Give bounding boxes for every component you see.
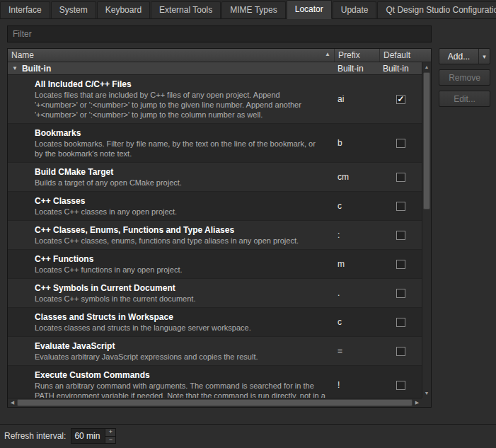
default-checkbox[interactable]	[396, 95, 405, 104]
default-checkbox[interactable]	[396, 381, 405, 390]
edit-button[interactable]: Edit...	[439, 91, 490, 107]
sort-ascending-icon: ▲	[325, 51, 330, 57]
row-prefix: c	[334, 192, 379, 220]
scroll-right-icon[interactable]: ▶	[413, 398, 422, 407]
tab-interface[interactable]: Interface	[0, 1, 50, 18]
row-title: Classes and Structs in Workspace	[35, 312, 331, 323]
column-header-prefix[interactable]: Prefix	[334, 49, 379, 62]
add-dropdown-arrow-icon[interactable]: ▾	[478, 49, 490, 64]
table-row[interactable]: C++ Classes Locates C++ classes in any o…	[8, 192, 422, 221]
tab-locator[interactable]: Locator	[287, 0, 332, 19]
preferences-tabbar: Interface System Keyboard External Tools…	[0, 0, 496, 19]
default-checkbox[interactable]	[396, 202, 405, 211]
table-row[interactable]: Execute Custom Commands Runs an arbitrar…	[8, 366, 422, 398]
row-title: C++ Classes	[35, 196, 331, 207]
row-title: C++ Symbols in Current Document	[35, 283, 331, 294]
row-title: Evaluate JavaScript	[35, 341, 331, 352]
row-title: Bookmarks	[35, 128, 331, 139]
row-prefix: c	[334, 308, 379, 336]
row-description: Locates classes and structs in the langu…	[35, 323, 331, 333]
footer-divider	[0, 424, 496, 425]
preferences-locator-page: Interface System Keyboard External Tools…	[0, 0, 496, 448]
add-button-label: Add...	[439, 52, 478, 62]
row-description: Locates files that are included by C++ f…	[35, 90, 331, 120]
filter-input[interactable]	[7, 25, 432, 42]
row-description: Evaluates arbitrary JavaScript expressio…	[35, 352, 331, 362]
spin-down-icon[interactable]: −	[105, 437, 115, 444]
group-row-built-in[interactable]: ▼ Built-in Built-in Built-in	[8, 62, 422, 75]
row-title: Build CMake Target	[35, 167, 331, 178]
row-description: Runs an arbitrary command with arguments…	[35, 381, 331, 398]
row-description: Locates C++ symbols in the current docum…	[35, 294, 331, 304]
row-prefix: =	[334, 337, 379, 365]
column-header-name[interactable]: Name ▲	[8, 49, 334, 62]
tab-system[interactable]: System	[51, 1, 96, 18]
row-prefix: b	[334, 124, 379, 162]
row-prefix: ai	[334, 75, 379, 123]
row-title: C++ Functions	[35, 254, 331, 265]
refresh-interval-label: Refresh interval:	[4, 431, 66, 441]
spin-up-icon[interactable]: +	[105, 429, 115, 437]
default-checkbox[interactable]	[396, 318, 405, 327]
table-row[interactable]: Classes and Structs in Workspace Locates…	[8, 308, 422, 337]
row-description: Builds a target of any open CMake projec…	[35, 178, 331, 188]
table-header: Name ▲ Prefix Default	[8, 49, 431, 62]
column-header-default[interactable]: Default	[379, 49, 431, 62]
group-label: Built-in	[22, 64, 334, 74]
horizontal-scrollbar[interactable]: ◀ ▶	[8, 398, 422, 407]
add-button[interactable]: Add... ▾	[439, 48, 490, 64]
scrollbar-corner	[422, 398, 431, 407]
default-checkbox[interactable]	[396, 231, 405, 240]
refresh-interval-spinbox[interactable]: + −	[71, 428, 116, 444]
scroll-left-icon[interactable]: ◀	[8, 398, 17, 407]
horizontal-scrollbar-thumb[interactable]	[17, 399, 413, 406]
scroll-down-icon[interactable]: ▼	[422, 389, 431, 398]
row-description: Locates C++ classes, enums, functions an…	[35, 236, 331, 246]
remove-button[interactable]: Remove	[439, 69, 490, 86]
spin-steppers: + −	[105, 429, 115, 443]
tab-mime-types[interactable]: MIME Types	[221, 1, 285, 18]
table-row[interactable]: Evaluate JavaScript Evaluates arbitrary …	[8, 337, 422, 366]
default-checkbox[interactable]	[396, 139, 405, 148]
table-row[interactable]: Build CMake Target Builds a target of an…	[8, 163, 422, 192]
row-prefix: :	[334, 221, 379, 249]
group-prefix: Built-in	[334, 64, 379, 74]
row-prefix: cm	[334, 163, 379, 191]
row-description: Locates bookmarks. Filter by file name, …	[35, 139, 331, 159]
filter-rows: All Included C/C++ Files Locates files t…	[8, 75, 422, 398]
table-row[interactable]: C++ Symbols in Current Document Locates …	[8, 279, 422, 308]
row-description: Locates C++ functions in any open projec…	[35, 265, 331, 275]
row-title: All Included C/C++ Files	[35, 79, 331, 90]
row-title: C++ Classes, Enums, Functions and Type A…	[35, 225, 331, 236]
row-prefix: m	[334, 250, 379, 278]
tab-external-tools[interactable]: External Tools	[151, 1, 221, 18]
tab-qt-design-studio-configuration[interactable]: Qt Design Studio Configuration	[377, 1, 496, 18]
group-default: Built-in	[379, 64, 422, 74]
default-checkbox[interactable]	[396, 289, 405, 298]
locator-filters-table: Name ▲ Prefix Default ▼ Built-in Built-i…	[7, 48, 432, 408]
row-prefix: !	[334, 366, 379, 398]
table-row[interactable]: C++ Classes, Enums, Functions and Type A…	[8, 221, 422, 250]
default-checkbox[interactable]	[396, 173, 405, 182]
vertical-scrollbar-thumb[interactable]	[423, 72, 430, 209]
scroll-up-icon[interactable]: ▲	[422, 62, 431, 71]
action-buttons: Add... ▾ Remove Edit...	[439, 48, 490, 112]
table-row[interactable]: Bookmarks Locates bookmarks. Filter by f…	[8, 124, 422, 163]
tab-keyboard[interactable]: Keyboard	[97, 1, 150, 18]
vertical-scrollbar[interactable]: ▲ ▼	[422, 62, 431, 398]
default-checkbox[interactable]	[396, 260, 405, 269]
row-title: Execute Custom Commands	[35, 370, 331, 381]
row-prefix: .	[334, 279, 379, 307]
table-row[interactable]: C++ Functions Locates C++ functions in a…	[8, 250, 422, 279]
table-body: ▼ Built-in Built-in Built-in All Include…	[8, 62, 422, 398]
refresh-interval-value[interactable]	[71, 429, 105, 443]
default-checkbox[interactable]	[396, 347, 405, 356]
footer: Refresh interval: + −	[4, 428, 116, 444]
tab-update[interactable]: Update	[333, 1, 377, 18]
column-header-name-label: Name	[11, 50, 34, 60]
chevron-down-icon[interactable]: ▼	[12, 65, 18, 71]
row-description: Locates C++ classes in any open project.	[35, 207, 331, 217]
table-row[interactable]: All Included C/C++ Files Locates files t…	[8, 75, 422, 124]
